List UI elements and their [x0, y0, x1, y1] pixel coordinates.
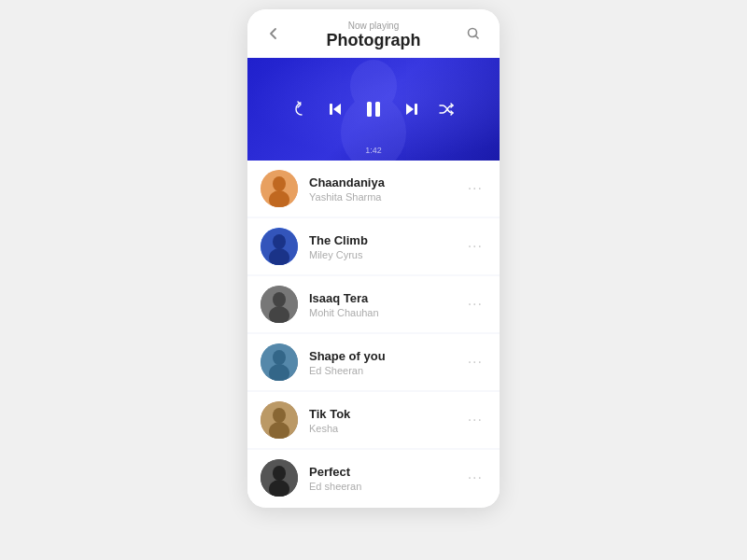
song-artist-2: Miley Cyrus [309, 249, 464, 260]
song-item-3[interactable]: Isaaq Tera Mohit Chauhan ··· [247, 276, 500, 332]
song-item-2[interactable]: The Climb Miley Cyrus ··· [247, 218, 500, 274]
search-button[interactable] [462, 26, 485, 45]
player-controls [292, 97, 455, 121]
svg-marker-7 [406, 104, 414, 115]
svg-rect-4 [330, 104, 332, 115]
rewind-button[interactable] [292, 101, 309, 118]
svg-point-25 [273, 466, 286, 481]
svg-rect-5 [367, 102, 372, 117]
next-button[interactable] [402, 100, 421, 119]
song-avatar-1 [261, 170, 298, 207]
time-label: 1:42 [365, 146, 382, 155]
shuffle-button[interactable] [438, 101, 455, 118]
header-center: Now playing Photograph [285, 21, 462, 50]
song-list: Chaandaniya Yashita Sharma ··· The Climb… [247, 161, 500, 506]
song-info-5: Tik Tok Kesha [309, 407, 464, 434]
song-info-2: The Climb Miley Cyrus [309, 233, 464, 260]
song-title-5: Tik Tok [309, 407, 464, 421]
svg-rect-6 [375, 102, 380, 117]
song-info-4: Shape of you Ed Sheeran [309, 349, 464, 376]
player-banner: 1:42 [247, 58, 500, 161]
song-info-3: Isaaq Tera Mohit Chauhan [309, 291, 464, 318]
song-artist-4: Ed Sheeran [309, 365, 464, 376]
now-playing-label: Now playing [285, 21, 462, 31]
svg-marker-3 [333, 104, 341, 115]
song-avatar-2 [261, 228, 298, 265]
song-more-6[interactable]: ··· [464, 469, 486, 486]
svg-point-10 [273, 176, 286, 191]
song-item-4[interactable]: Shape of you Ed Sheeran ··· [247, 334, 500, 390]
song-item-6[interactable]: Perfect Ed sheeran ··· [247, 450, 500, 506]
song-more-4[interactable]: ··· [464, 354, 486, 371]
song-artist-6: Ed sheeran [309, 481, 464, 492]
song-avatar-5 [261, 401, 298, 439]
svg-point-19 [273, 350, 286, 365]
phone-container: Now playing Photograph [247, 9, 500, 508]
song-info-1: Chaandaniya Yashita Sharma [309, 175, 464, 203]
song-more-2[interactable]: ··· [464, 238, 486, 255]
svg-point-16 [273, 292, 286, 307]
song-avatar-6 [261, 459, 298, 497]
song-artist-5: Kesha [309, 423, 464, 434]
song-more-1[interactable]: ··· [464, 180, 486, 197]
song-title-4: Shape of you [309, 349, 464, 363]
pause-button[interactable] [361, 97, 386, 121]
song-info-6: Perfect Ed sheeran [309, 465, 464, 492]
song-artist-1: Yashita Sharma [309, 191, 464, 203]
svg-point-13 [273, 234, 286, 249]
back-button[interactable] [262, 26, 285, 45]
svg-rect-8 [415, 104, 417, 115]
song-title-3: Isaaq Tera [309, 291, 464, 305]
song-more-5[interactable]: ··· [464, 412, 486, 428]
song-item-5[interactable]: Tik Tok Kesha ··· [247, 392, 500, 448]
song-item-1[interactable]: Chaandaniya Yashita Sharma ··· [247, 161, 500, 217]
header: Now playing Photograph [247, 9, 500, 58]
now-playing-title: Photograph [327, 31, 421, 49]
song-avatar-4 [261, 343, 298, 381]
song-artist-3: Mohit Chauhan [309, 307, 464, 318]
song-title-2: The Climb [309, 233, 464, 247]
song-title-6: Perfect [309, 465, 464, 479]
prev-button[interactable] [326, 100, 345, 119]
svg-point-22 [273, 408, 286, 423]
song-more-3[interactable]: ··· [464, 296, 486, 313]
song-avatar-3 [261, 286, 298, 323]
song-title-1: Chaandaniya [309, 175, 464, 189]
